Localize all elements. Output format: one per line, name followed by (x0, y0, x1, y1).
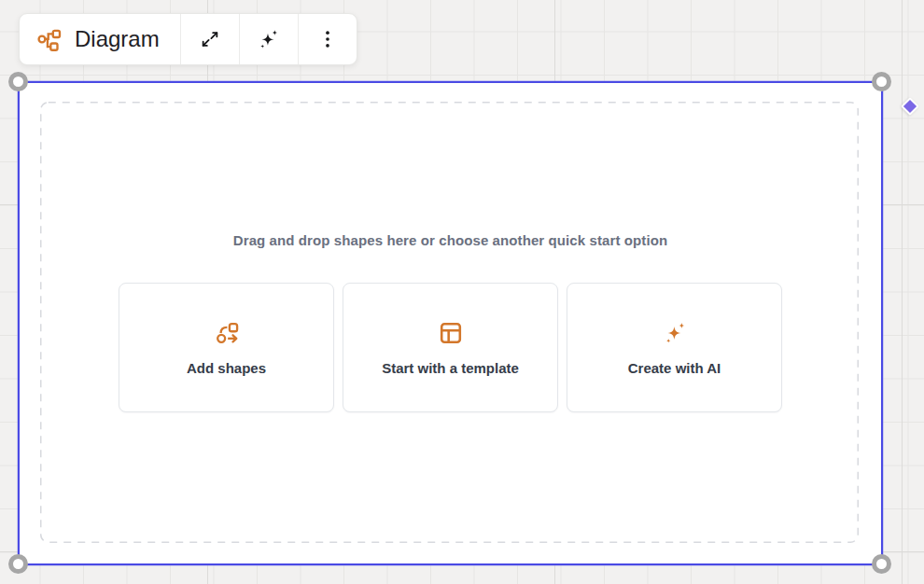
resize-handle-bottom-right[interactable] (872, 554, 891, 574)
add-shapes-icon (214, 320, 240, 346)
expand-button[interactable] (180, 14, 239, 64)
template-icon (438, 320, 464, 346)
create-with-ai-card[interactable]: Create with AI (567, 283, 782, 412)
more-options-button[interactable] (298, 14, 357, 64)
toolbar-title-group[interactable]: Diagram (20, 14, 180, 64)
sparkles-icon (257, 28, 280, 51)
diagram-icon (36, 27, 62, 52)
card-label: Create with AI (628, 360, 721, 376)
kebab-menu-icon (317, 29, 338, 49)
resize-handle-top-left[interactable] (8, 72, 28, 91)
add-shapes-card[interactable]: Add shapes (119, 283, 334, 412)
quick-start-options: Add shapes Start with a template (20, 283, 881, 412)
toolbar-title: Diagram (75, 26, 160, 52)
diagram-toolbar: Diagram (19, 13, 357, 65)
diagram-frame[interactable]: Drag and drop shapes here or choose anot… (18, 81, 883, 565)
card-label: Start with a template (382, 360, 519, 376)
drop-hint-text: Drag and drop shapes here or choose anot… (20, 232, 881, 248)
resize-handle-bottom-left[interactable] (8, 554, 28, 574)
resize-handle-top-right[interactable] (872, 72, 891, 91)
sparkles-icon (662, 320, 688, 346)
card-label: Add shapes (187, 360, 266, 376)
whiteboard-canvas[interactable]: Drag and drop shapes here or choose anot… (0, 0, 924, 584)
start-with-template-card[interactable]: Start with a template (343, 283, 558, 412)
ai-button[interactable] (239, 14, 298, 64)
expand-icon (200, 29, 220, 49)
connector-diamond-handle[interactable] (901, 97, 919, 116)
